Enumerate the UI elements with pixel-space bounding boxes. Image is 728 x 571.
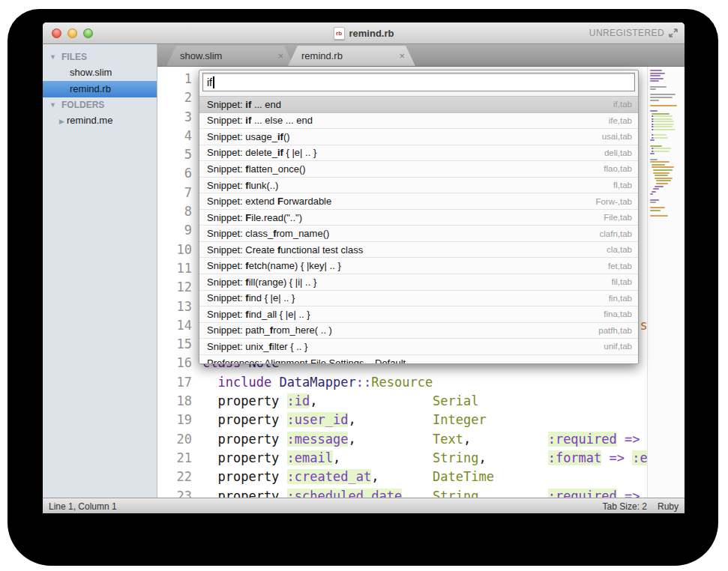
snippet-trigger-hint: File,tab (604, 213, 632, 222)
snippet-list-item[interactable]: Snippet: find_all { |e| .. }fina,tab (199, 306, 638, 323)
snippet-label: Snippet: extend Forwardable (207, 196, 331, 207)
line-number: 17 (157, 373, 192, 392)
minimap-line (650, 80, 659, 82)
disclosure-right-icon: ▶ (59, 115, 67, 127)
minimap-line (650, 70, 662, 71)
snippet-trigger-hint: flao,tab (604, 164, 632, 173)
text-caret (213, 76, 214, 88)
snippet-list-item[interactable]: Snippet: extend ForwardableForw-,tab (199, 193, 638, 210)
resize-expand-icon[interactable] (668, 28, 679, 38)
sidebar-file-tree: ▼FILESshow.slimremind.rb▼FOLDERS▶remind.… (43, 44, 157, 498)
minimap-line (652, 137, 668, 139)
line-number: 6 (157, 164, 192, 183)
snippet-label: Preferences: Alignment File Settings – D… (207, 357, 406, 363)
line-number: 18 (157, 392, 192, 411)
snippet-list-item[interactable]: Snippet: path_from_here( .. )patfh,tab (199, 323, 638, 339)
minimap-line (652, 191, 656, 193)
minimap-line (650, 86, 667, 88)
syntax-selector[interactable]: Ruby (658, 501, 679, 512)
snippet-list-item[interactable]: Preferences: Alignment File Settings – D… (199, 355, 638, 363)
sidebar-item-remind-me[interactable]: ▶remind.me (43, 112, 157, 129)
snippet-list-item[interactable]: Snippet: usage_if()usai,tab (199, 129, 638, 145)
tab-label: remind.rb (301, 50, 343, 61)
code-line: property :user_id, Integer (202, 411, 685, 429)
sidebar-item-remind-rb[interactable]: remind.rb (43, 81, 157, 97)
minimap-line (650, 215, 668, 217)
snippet-label: Snippet: fill(range) { |i| .. } (207, 277, 316, 288)
minimap-line (652, 151, 670, 152)
snippet-list-item[interactable]: Snippet: unix_filter { .. }unif,tab (199, 339, 638, 355)
snippet-label: Snippet: find { |e| .. } (207, 292, 295, 303)
sidebar-section-header-files[interactable]: ▼FILES (43, 49, 157, 64)
snippet-list-item[interactable]: Snippet: flatten_once()flao,tab (199, 161, 638, 178)
snippet-list-item[interactable]: Snippet: flunk(..)fl,tab (199, 178, 638, 194)
snippet-trigger-hint: deli,tab (604, 148, 632, 157)
snippet-trigger-hint: fin,tab (609, 294, 632, 303)
status-bar: Line 1, Column 1 Tab Size: 2 Ruby (43, 498, 685, 513)
line-number: 21 (157, 449, 192, 468)
minimap-line (656, 180, 671, 181)
page-background: rb remind.rb UNREGISTERED ▼FILESshow.sli… (0, 0, 728, 571)
snippet-list-item[interactable]: Snippet: Create functional test classcla… (199, 242, 638, 259)
line-number: 8 (157, 202, 192, 221)
minimap-line (652, 113, 670, 115)
sidebar-section-header-folders[interactable]: ▼FOLDERS (43, 97, 157, 112)
minimap-line (652, 134, 667, 136)
minimap-line (650, 202, 656, 203)
minimap-line (655, 178, 673, 179)
snippet-label: Snippet: Create functional test class (207, 244, 363, 256)
window-title-text: remind.rb (349, 28, 394, 39)
snippet-list-item[interactable]: Snippet: fill(range) { |i| .. }fil,tab (199, 274, 638, 291)
titlebar[interactable]: rb remind.rb UNREGISTERED (43, 22, 685, 44)
minimap-line (652, 166, 674, 168)
sidebar-section-label: FOLDERS (61, 100, 104, 110)
line-number: 19 (157, 411, 192, 429)
minimap-line (652, 118, 673, 120)
snippet-list-item[interactable]: Snippet: class_from_name()clafn,tab (199, 226, 638, 242)
minimap-line (653, 169, 673, 171)
line-number: 13 (157, 297, 192, 316)
window-title: rb remind.rb (43, 22, 685, 43)
tab-close-icon[interactable]: × (399, 50, 405, 61)
line-number: 5 (157, 145, 192, 164)
snippet-list-item[interactable]: Snippet: fetch(name) { |key| .. }fet,tab (199, 258, 638, 274)
minimap-line (650, 94, 676, 95)
snippet-label: Snippet: path_from_here( .. ) (207, 324, 332, 336)
snippet-query-text: if (207, 76, 212, 88)
line-number: 15 (157, 335, 192, 354)
code-line: include DataMapper::Resource (202, 373, 685, 392)
minimap-line (655, 186, 664, 187)
snippet-trigger-hint: usai,tab (602, 132, 632, 141)
code-line: property :id, Serial (202, 392, 685, 411)
tab-remind-rb[interactable]: remind.rb× (288, 46, 415, 66)
minimap-line (652, 124, 674, 125)
minimap[interactable] (647, 67, 685, 498)
minimap-line (650, 139, 655, 141)
code-line: property :email, String, :format => :em (202, 449, 685, 468)
line-number: 2 (157, 88, 192, 107)
minimap-line (650, 105, 677, 106)
snippet-list-item[interactable]: Snippet: if ... endif,tab (199, 97, 638, 113)
minimap-line (650, 73, 665, 74)
tab-close-icon[interactable]: × (277, 50, 283, 61)
line-number: 11 (157, 259, 192, 278)
minimap-line (652, 164, 665, 166)
ruby-file-icon: rb (334, 27, 345, 40)
line-number: 1 (157, 70, 192, 88)
snippet-list-item[interactable]: Snippet: delete_if { |e| .. }deli,tab (199, 145, 638, 162)
snippet-label: Snippet: delete_if { |e| .. } (207, 147, 316, 158)
snippet-search-input[interactable]: if (202, 73, 635, 91)
snippet-label: Snippet: usage_if() (207, 131, 290, 142)
snippet-trigger-hint: patfh,tab (598, 326, 632, 335)
line-number: 14 (157, 316, 192, 335)
minimap-line (652, 115, 673, 117)
snippet-trigger-hint: fet,tab (608, 262, 632, 271)
snippet-list-item[interactable]: Snippet: if ... else ... endife,tab (199, 113, 638, 130)
tab-size-control[interactable]: Tab Size: 2 (603, 501, 647, 512)
snippet-list-item[interactable]: Snippet: find { |e| .. }fin,tab (199, 291, 638, 307)
line-number: 7 (157, 184, 192, 202)
sidebar-item-show-slim[interactable]: show.slim (43, 64, 157, 81)
snippet-label: Snippet: class_from_name() (207, 228, 329, 239)
snippet-list-item[interactable]: Snippet: File.read("..")File,tab (199, 210, 638, 226)
tab-show-slim[interactable]: show.slim× (166, 46, 294, 66)
